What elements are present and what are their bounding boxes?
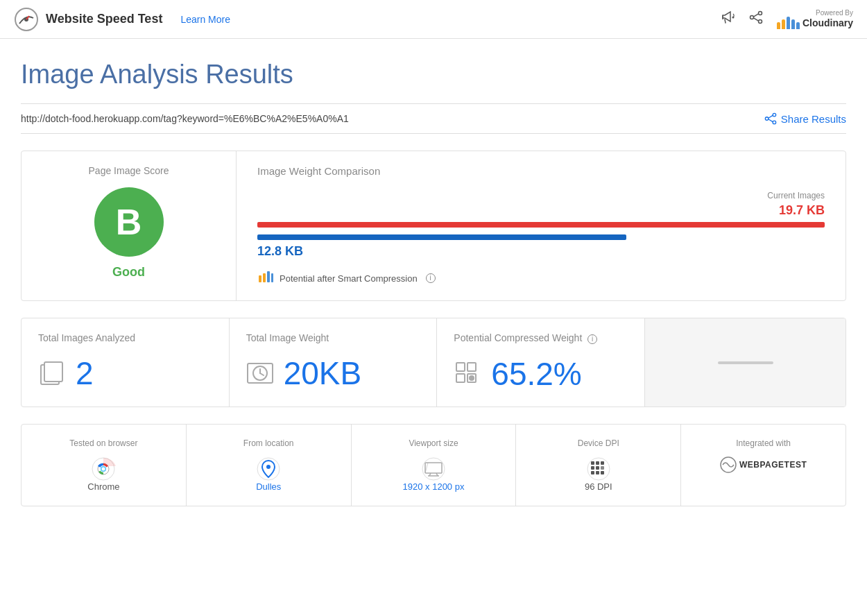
cloudinary-logo: Cloudinary (777, 17, 853, 29)
svg-rect-25 (467, 363, 476, 371)
info-label-browser: Tested on browser (69, 438, 137, 448)
grid-icon (454, 360, 481, 388)
svg-point-9 (773, 113, 776, 117)
powered-by-area: Powered By Cloudinary (777, 9, 853, 29)
svg-line-13 (769, 115, 773, 118)
svg-rect-51 (601, 471, 604, 474)
svg-rect-49 (591, 471, 594, 474)
dpi-icon (586, 456, 611, 481)
preview-panel (644, 318, 845, 407)
current-label: Current Images (257, 191, 825, 200)
svg-rect-44 (596, 461, 599, 465)
svg-rect-24 (456, 363, 465, 371)
svg-point-27 (469, 375, 474, 381)
chrome-icon (91, 456, 116, 481)
cloudinary-name: Cloudinary (802, 17, 853, 28)
stat-value-images: 2 (76, 354, 94, 392)
score-panel-label: Page Image Score (89, 165, 169, 176)
header: Website Speed Test Learn More P (0, 0, 867, 39)
info-section: Tested on browser Chrome From location (21, 424, 846, 506)
svg-rect-14 (259, 275, 261, 282)
current-value: 19.7 KB (257, 203, 825, 218)
compressed-info-icon[interactable]: i (587, 334, 597, 344)
webpagetest-icon (720, 456, 737, 473)
location-icon (256, 456, 281, 481)
share-results-button[interactable]: Share Results (764, 112, 846, 125)
info-value-viewport: 1920 x 1200 px (403, 481, 465, 492)
svg-rect-46 (591, 466, 594, 470)
info-label-viewport: Viewport size (409, 438, 458, 448)
svg-point-33 (102, 468, 105, 471)
svg-point-11 (765, 117, 769, 121)
svg-rect-48 (601, 466, 604, 470)
svg-rect-50 (596, 471, 599, 474)
blue-bar (257, 234, 626, 240)
clock-icon (246, 359, 274, 387)
main-content: Image Analysis Results http://dotch-food… (0, 39, 867, 520)
svg-rect-16 (267, 271, 270, 282)
stat-value-row-weight: 20KB (246, 354, 420, 392)
svg-rect-26 (456, 374, 465, 382)
score-panel: Page Image Score B Good (22, 151, 237, 300)
tested-url: http://dotch-food.herokuapp.com/tag?keyw… (21, 113, 349, 124)
stats-section: Total Images Analyzed 2 Total Image Weig… (21, 318, 846, 407)
stat-label-images: Total Images Analyzed (38, 332, 212, 343)
info-value-location: Dulles (256, 481, 281, 492)
speedometer-icon (14, 7, 39, 32)
stat-value-row-compressed: 65.2% (454, 355, 628, 393)
weight-panel: Image Weight Comparison Current Images 1… (237, 151, 845, 300)
svg-rect-43 (591, 461, 594, 465)
svg-rect-19 (44, 362, 62, 382)
share-icon (749, 10, 763, 24)
stat-value-row-images: 2 (38, 354, 212, 392)
stat-panel-weight: Total Image Weight 20KB (230, 318, 438, 407)
svg-line-8 (753, 14, 758, 17)
smart-compression-label: Potential after Smart Compression (280, 273, 418, 284)
stat-panel-images: Total Images Analyzed 2 (22, 318, 230, 407)
score-letter: B (116, 201, 142, 243)
share-results-icon (764, 112, 777, 125)
stat-value-weight: 20KB (284, 354, 362, 392)
share-results-label: Share Results (781, 113, 846, 125)
info-panel-browser: Tested on browser Chrome (22, 425, 187, 506)
svg-point-4 (758, 12, 762, 15)
page-title: Image Analysis Results (21, 60, 846, 89)
svg-line-12 (769, 119, 773, 122)
info-value-dpi: 96 DPI (585, 481, 612, 492)
info-label-dpi: Device DPI (578, 438, 619, 448)
svg-point-36 (422, 458, 445, 480)
svg-rect-47 (596, 466, 599, 470)
score-section: Page Image Score B Good Image Weight Com… (21, 151, 846, 301)
announcement-icon-button[interactable] (720, 10, 735, 28)
powered-by-text: Powered By (816, 9, 853, 17)
learn-more-link[interactable]: Learn More (180, 14, 230, 25)
monitor-icon (421, 456, 446, 481)
svg-point-10 (773, 121, 776, 124)
info-panel-viewport: Viewport size 1920 x 1200 px (352, 425, 517, 506)
smart-compression-info-icon[interactable]: i (426, 273, 436, 283)
header-right: Powered By Cloudinary (720, 9, 853, 29)
stat-label-weight: Total Image Weight (246, 332, 420, 343)
webpagetest-label: WEBPAGETEST (739, 460, 807, 470)
svg-point-6 (750, 16, 753, 19)
webpagetest-logo: WEBPAGETEST (720, 456, 807, 473)
stat-panel-compressed: Potential Compressed Weight i 65.2% (437, 318, 644, 407)
score-circle: B (94, 187, 164, 257)
info-panel-dpi: Device DPI 96 DPI (516, 425, 681, 506)
app-title: Website Speed Test (46, 12, 162, 26)
stat-label-compressed: Potential Compressed Weight i (454, 332, 628, 344)
svg-rect-45 (601, 461, 604, 465)
svg-point-35 (266, 465, 271, 469)
stat-value-compressed: 65.2% (491, 355, 581, 393)
info-value-browser: Chrome (87, 481, 119, 492)
svg-rect-17 (271, 273, 273, 282)
svg-line-7 (753, 18, 758, 21)
weight-title: Image Weight Comparison (257, 165, 825, 177)
info-label-location: From location (243, 438, 294, 448)
smart-compression-row: Potential after Smart Compression i (257, 270, 825, 286)
share-icon-button[interactable] (749, 10, 763, 28)
megaphone-icon (720, 10, 735, 25)
svg-point-5 (758, 20, 762, 24)
compressed-value: 12.8 KB (257, 244, 825, 259)
pages-icon (38, 359, 66, 387)
